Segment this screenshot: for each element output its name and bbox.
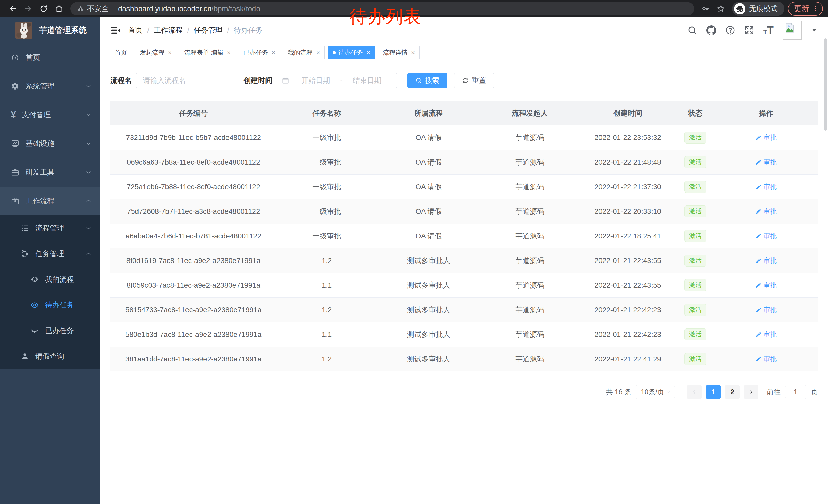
close-tab-icon[interactable]: × (411, 49, 415, 56)
sidebar-item-label: 工作流程 (26, 196, 54, 206)
eye-icon (30, 301, 39, 310)
cell-created: 2022-01-22 21:48:48 (579, 158, 676, 166)
sidebar-item-label: 系统管理 (26, 81, 54, 91)
tab-待办任务[interactable]: 待办任务× (328, 46, 375, 59)
tab-发起流程[interactable]: 发起流程× (135, 46, 176, 59)
next-page-button[interactable] (744, 385, 758, 399)
approve-link[interactable]: 审批 (755, 355, 777, 364)
tab-已办任务[interactable]: 已办任务× (239, 46, 280, 59)
cell-action: 审批 (714, 330, 818, 339)
font-size-icon[interactable]: TT (763, 25, 774, 36)
approve-link[interactable]: 审批 (755, 158, 777, 167)
search-button[interactable]: 搜索 (407, 73, 447, 88)
approve-link[interactable]: 审批 (755, 182, 777, 191)
sidebar-item-payment-management[interactable]: ¥支付管理 (0, 100, 100, 129)
collapse-sidebar-icon[interactable] (110, 25, 121, 35)
update-button[interactable]: 更新 (788, 2, 823, 16)
monitor-icon (11, 139, 19, 148)
pen-icon (755, 282, 761, 288)
cell-task_name: 1.1 (277, 281, 377, 289)
page-button-1[interactable]: 1 (706, 385, 720, 399)
status-badge: 激活 (685, 132, 706, 144)
approve-link[interactable]: 审批 (755, 305, 777, 314)
sidebar-menu: 首页系统管理¥支付管理基础设施研发工具工作流程流程管理任务管理我的流程待办任务已… (0, 43, 100, 369)
cell-starter: 芋道源码 (480, 182, 579, 192)
cell-created: 2022-01-22 21:37:30 (579, 183, 676, 191)
column-header: 所属流程 (377, 108, 481, 118)
tab-首页[interactable]: 首页 (110, 46, 132, 59)
cell-process: OA 请假 (377, 133, 481, 142)
prev-page-button[interactable] (687, 385, 702, 399)
close-tab-icon[interactable]: × (272, 49, 275, 56)
column-header: 创建时间 (579, 108, 676, 118)
not-secure-warning-icon (77, 5, 84, 12)
cell-status: 激活 (676, 156, 714, 168)
sidebar-item-home[interactable]: 首页 (0, 43, 100, 72)
close-tab-icon[interactable]: × (367, 49, 370, 56)
annotation-overlay: 待办列表 (349, 5, 421, 29)
sidebar-item-todo-tasks[interactable]: 待办任务 (0, 292, 100, 318)
browser-reload-icon[interactable] (37, 3, 50, 15)
sidebar-item-dev-tools[interactable]: 研发工具 (0, 158, 100, 187)
cell-process: OA 请假 (377, 157, 481, 167)
close-tab-icon[interactable]: × (168, 49, 172, 56)
tab-流程表单-编辑[interactable]: 流程表单-编辑× (179, 46, 236, 59)
cell-starter: 芋道源码 (480, 231, 579, 241)
key-icon[interactable] (699, 3, 711, 15)
approve-link[interactable]: 审批 (755, 207, 777, 216)
status-badge: 激活 (685, 205, 706, 217)
sidebar-item-my-process[interactable]: 我的流程 (0, 267, 100, 292)
table-row: 580e1b3d-7ac8-11ec-a9e2-a2380e71991a1.1测… (110, 322, 818, 347)
browser-home-icon[interactable] (53, 3, 65, 15)
sidebar-item-task-management[interactable]: 任务管理 (0, 241, 100, 267)
goto-label: 前往 (767, 387, 781, 397)
approve-link[interactable]: 审批 (755, 231, 777, 240)
status-badge: 激活 (685, 255, 706, 267)
sidebar-item-process-management[interactable]: 流程管理 (0, 215, 100, 241)
approve-link[interactable]: 审批 (755, 256, 777, 265)
browser-back-icon[interactable] (7, 3, 19, 15)
sidebar-item-label: 请假查询 (35, 352, 64, 361)
close-tab-icon[interactable]: × (227, 49, 231, 56)
fullscreen-icon[interactable] (744, 26, 754, 35)
breadcrumb-item[interactable]: 工作流程 (154, 26, 182, 35)
page-button-2[interactable]: 2 (725, 385, 740, 399)
search-icon[interactable] (688, 26, 697, 35)
tab-流程详情[interactable]: 流程详情× (378, 46, 420, 59)
tab-我的流程[interactable]: 我的流程× (283, 46, 325, 59)
browser-forward-icon[interactable] (22, 3, 34, 15)
bookmark-star-icon[interactable] (715, 3, 727, 15)
sidebar-item-label: 我的流程 (45, 275, 74, 284)
breadcrumb-separator: / (147, 26, 149, 34)
approve-link[interactable]: 审批 (755, 330, 777, 339)
table-row: 069c6a63-7b8a-11ec-8ef0-acde48001122一级审批… (110, 150, 818, 175)
cell-id: 381aa1dd-7ac8-11ec-a9e2-a2380e71991a (110, 355, 277, 363)
security-label: 不安全 (87, 4, 109, 13)
avatar[interactable] (783, 21, 802, 40)
github-icon[interactable] (706, 26, 716, 35)
date-range-input[interactable]: 开始日期 - 结束日期 (277, 73, 397, 88)
status-badge: 激活 (685, 328, 706, 340)
approve-link[interactable]: 审批 (755, 281, 777, 290)
close-tab-icon[interactable]: × (316, 49, 320, 56)
goto-page-input[interactable]: 1 (785, 385, 806, 399)
sidebar-item-done-tasks[interactable]: 已办任务 (0, 318, 100, 343)
reset-button[interactable]: 重置 (454, 73, 494, 88)
cell-id: 725a1eb6-7b88-11ec-8ef0-acde48001122 (110, 183, 277, 191)
process-name-input[interactable]: 请输入流程名 (136, 73, 232, 88)
breadcrumb-item[interactable]: 任务管理 (194, 26, 223, 35)
sidebar-item-infrastructure[interactable]: 基础设施 (0, 129, 100, 158)
scrollbar-thumb[interactable] (824, 39, 827, 131)
help-icon[interactable] (726, 26, 735, 35)
sidebar-item-workflow[interactable]: 工作流程 (0, 187, 100, 215)
page-size-select[interactable]: 10条/页 (636, 385, 675, 399)
approve-link[interactable]: 审批 (755, 133, 777, 142)
breadcrumb-item[interactable]: 首页 (128, 26, 142, 35)
cell-action: 审批 (714, 158, 818, 167)
breadcrumb-separator: / (187, 26, 189, 34)
cell-created: 2022-01-22 23:53:32 (579, 134, 676, 142)
calendar-icon (282, 77, 289, 84)
sidebar-item-system-management[interactable]: 系统管理 (0, 72, 100, 100)
sidebar-item-leave-query[interactable]: 请假查询 (0, 343, 100, 369)
caret-down-icon[interactable] (811, 27, 818, 34)
